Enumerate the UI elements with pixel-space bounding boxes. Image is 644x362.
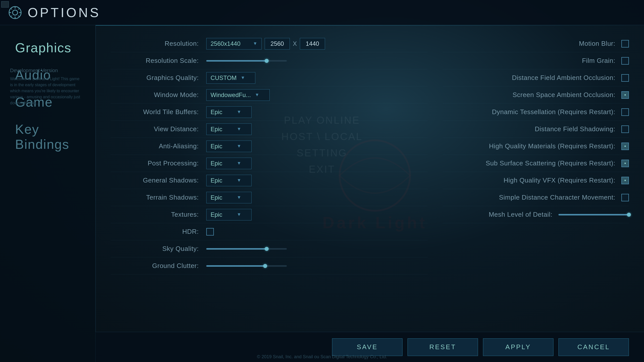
ssao-checkbox[interactable] <box>621 91 629 99</box>
motion-blur-row: Motion Blur: <box>443 35 629 52</box>
sky-quality-label: Sky Quality: <box>111 245 206 253</box>
film-grain-label: Film Grain: <box>582 57 615 65</box>
save-button[interactable]: SAVE <box>332 338 403 356</box>
df-shadowing-checkbox[interactable] <box>621 125 629 133</box>
world-tile-buffers-dropdown[interactable]: Epic ▼ <box>206 106 252 118</box>
resolution-x-separator: X <box>293 40 297 47</box>
resolution-dropdown[interactable]: 644x362 ▼ <box>206 38 262 50</box>
hq-vfx-row: High Quality VFX (Requires Restart): <box>443 172 629 189</box>
dev-note-area: Development Version Welcome to Dark and … <box>10 68 80 106</box>
dfao-label: Distance Field Ambient Occlusion: <box>512 74 615 82</box>
window-mode-control: WindowedFu... ▼ <box>206 89 428 101</box>
tessellation-row: Dynamic Tessellation (Requires Restart): <box>443 104 629 121</box>
resolution-scale-row: Resolution Scale: <box>111 52 428 69</box>
sky-quality-track <box>206 248 267 250</box>
textures-arrow: ▼ <box>237 212 241 217</box>
terrain-shadows-row: Terrain Shadows: Epic ▼ <box>111 189 428 206</box>
content-area: Resolution: 644x362 ▼ 2560 X 1440 Reso… <box>96 25 644 332</box>
post-processing-row: Post Processing: Epic ▼ <box>111 155 428 172</box>
mesh-lod-slider[interactable] <box>558 214 629 215</box>
svg-point-3 <box>13 10 18 15</box>
film-grain-checkbox[interactable] <box>621 57 629 65</box>
ground-clutter-slider[interactable] <box>206 265 287 267</box>
graphics-quality-dropdown[interactable]: CUSTOM ▼ <box>206 72 255 84</box>
view-distance-arrow: ▼ <box>237 126 241 132</box>
resolution-dropdown-arrow: ▼ <box>253 41 257 46</box>
general-shadows-dropdown[interactable]: Epic ▼ <box>206 175 252 186</box>
apply-button[interactable]: APPLY <box>483 338 553 356</box>
graphics-quality-control: CUSTOM ▼ <box>206 72 428 84</box>
page-title: OPTIONS <box>28 5 101 20</box>
resolution-scale-thumb[interactable] <box>265 59 269 63</box>
sky-quality-slider[interactable] <box>206 248 287 250</box>
resolution-scale-control <box>206 60 428 62</box>
dev-note-title: Development Version <box>10 68 80 73</box>
df-shadowing-label: Distance Field Shadowing: <box>535 125 615 133</box>
sidebar-item-graphics[interactable]: Graphics <box>15 40 88 55</box>
world-tile-buffers-label: World Tile Buffers: <box>111 108 206 116</box>
graphics-quality-arrow: ▼ <box>241 75 245 80</box>
general-shadows-row: General Shadows: Epic ▼ <box>111 172 428 189</box>
ground-clutter-label: Ground Clutter: <box>111 262 206 270</box>
terrain-shadows-label: Terrain Shadows: <box>111 194 206 201</box>
anti-aliasing-arrow: ▼ <box>237 144 241 149</box>
resolution-scale-slider[interactable] <box>206 60 287 62</box>
hq-vfx-label: High Quality VFX (Requires Restart): <box>504 176 615 184</box>
window-close-button[interactable] <box>1 1 9 8</box>
hdr-control <box>206 228 428 236</box>
sky-quality-row: Sky Quality: <box>111 240 428 257</box>
film-grain-row: Film Grain: <box>443 52 629 69</box>
window-mode-row: Window Mode: WindowedFu... ▼ <box>111 86 428 104</box>
ground-clutter-thumb[interactable] <box>263 264 267 268</box>
view-distance-control: Epic ▼ <box>206 123 428 135</box>
sss-label: Sub Surface Scattering (Requires Restart… <box>486 159 615 167</box>
ground-clutter-track <box>206 265 265 267</box>
hq-materials-row: High Quality Materials (Requires Restart… <box>443 138 629 155</box>
sss-checkbox[interactable] <box>621 160 629 167</box>
view-distance-dropdown[interactable]: Epic ▼ <box>206 123 252 135</box>
resolution-row: Resolution: 644x362 ▼ 2560 X 1440 <box>111 35 428 52</box>
settings-left-column: Resolution: 644x362 ▼ 2560 X 1440 Reso… <box>111 35 428 322</box>
resolution-scale-label: Resolution Scale: <box>111 57 206 65</box>
window-mode-label: Window Mode: <box>111 91 206 99</box>
hdr-row: HDR: <box>111 223 428 240</box>
sky-quality-control <box>206 248 428 250</box>
textures-label: Textures: <box>111 211 206 218</box>
hq-materials-checkbox[interactable] <box>621 143 629 150</box>
sky-quality-thumb[interactable] <box>265 247 269 251</box>
motion-blur-checkbox[interactable] <box>621 40 629 48</box>
top-bar: OPTIONS <box>0 0 644 25</box>
dfao-checkbox[interactable] <box>621 74 629 82</box>
window-mode-dropdown[interactable]: WindowedFu... ▼ <box>206 89 270 101</box>
textures-dropdown[interactable]: Epic ▼ <box>206 209 252 220</box>
mesh-lod-thumb[interactable] <box>627 213 631 217</box>
view-distance-label: View Distance: <box>111 125 206 133</box>
mesh-lod-row: Mesh Level of Detail: <box>443 206 629 223</box>
simple-dist-char-checkbox[interactable] <box>621 194 629 201</box>
post-processing-control: Epic ▼ <box>206 158 428 169</box>
mesh-lod-label: Mesh Level of Detail: <box>489 211 552 218</box>
hq-vfx-checkbox[interactable] <box>621 177 629 184</box>
resolution-width-input[interactable]: 2560 <box>265 38 290 50</box>
general-shadows-label: General Shadows: <box>111 176 206 184</box>
resolution-label: Resolution: <box>111 40 206 48</box>
ssao-row: Screen Space Ambient Occlusion: <box>443 86 629 104</box>
sss-row: Sub Surface Scattering (Requires Restart… <box>443 155 629 172</box>
sidebar-item-keybindings[interactable]: Key Bindings <box>15 122 88 152</box>
textures-row: Textures: Epic ▼ <box>111 206 428 223</box>
anti-aliasing-label: Anti-Aliasing: <box>111 142 206 150</box>
hdr-checkbox[interactable] <box>206 228 214 236</box>
tessellation-checkbox[interactable] <box>621 108 629 116</box>
terrain-shadows-dropdown[interactable]: Epic ▼ <box>206 192 252 203</box>
graphics-quality-row: Graphics Quality: CUSTOM ▼ <box>111 69 428 86</box>
reset-button[interactable]: RESET <box>408 338 478 356</box>
top-line-separator <box>96 25 644 26</box>
anti-aliasing-control: Epic ▼ <box>206 141 428 152</box>
options-icon <box>8 5 23 20</box>
sidebar: Graphics Audio Game Key Bindings Develop… <box>0 25 96 171</box>
resolution-height-input[interactable]: 1440 <box>300 38 325 50</box>
terrain-shadows-arrow: ▼ <box>237 195 241 200</box>
anti-aliasing-dropdown[interactable]: Epic ▼ <box>206 141 252 152</box>
cancel-button[interactable]: CANCEL <box>558 338 629 356</box>
post-processing-dropdown[interactable]: Epic ▼ <box>206 158 252 169</box>
